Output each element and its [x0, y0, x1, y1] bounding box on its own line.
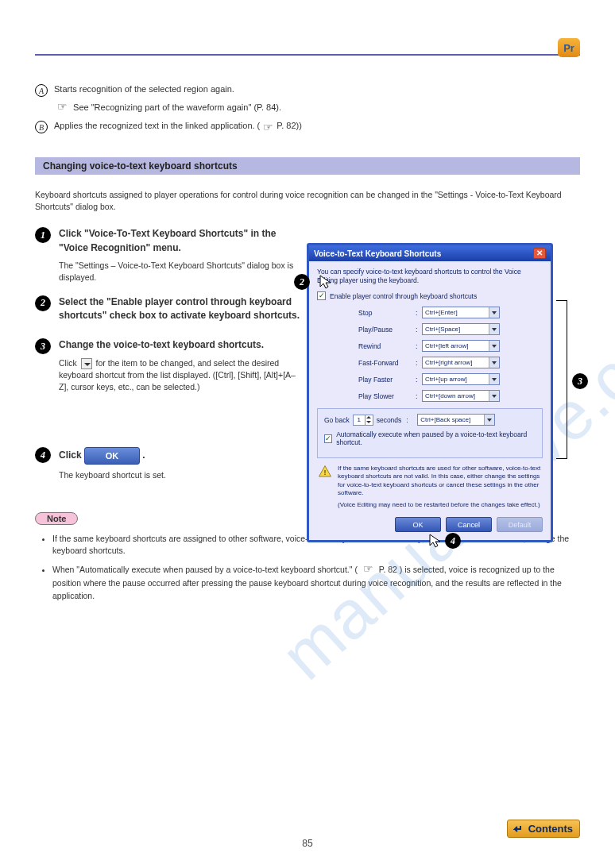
ok-button-inline: OK: [84, 447, 140, 465]
section-intro: Keyboard shortcuts assigned to player op…: [35, 189, 580, 213]
shortcut-label: Fast-Forward: [358, 359, 416, 367]
shortcut-row: Stop:Ctrl+[Enter]: [317, 307, 543, 318]
marker-b-icon: B: [35, 121, 48, 133]
cursor-icon: [318, 273, 335, 291]
shortcut-row: Fast-Forward:Ctrl+[right arrow]: [317, 357, 543, 368]
goback-spinner[interactable]: 1: [353, 415, 373, 426]
chevron-down-icon[interactable]: [489, 324, 499, 334]
step-2: 2 Select the "Enable player control thro…: [35, 295, 305, 328]
shortcut-select[interactable]: Ctrl+[Space]: [422, 323, 500, 335]
step-3: 3 Change the voice-to-text keyboard shor…: [35, 338, 305, 393]
step-1-title: Click "Voice-To-Text Keyboard Shortcuts"…: [59, 227, 305, 255]
marker-a-icon: A: [35, 84, 48, 97]
callout-2: 2: [294, 273, 335, 291]
chevron-down-icon[interactable]: [489, 341, 499, 351]
notes-list: If the same keyboard shortcuts are assig…: [52, 533, 580, 603]
enable-label: Enable player control through keyboard s…: [330, 292, 477, 300]
dialog-titlebar[interactable]: Voice-to-Text Keyboard Shortcuts ✕: [309, 245, 551, 261]
close-icon[interactable]: ✕: [533, 248, 546, 259]
step-1-text: The "Settings – Voice-to-Text Keyboard S…: [59, 260, 305, 284]
pointer-icon: ☞: [57, 100, 68, 113]
shortcut-label: Stop: [358, 309, 416, 317]
dialog-ok-button[interactable]: OK: [395, 517, 441, 532]
ref-b-link: P. 82): [277, 121, 299, 130]
cursor-icon: [427, 532, 445, 550]
shortcut-select[interactable]: Ctrl+[left arrow]: [422, 340, 500, 352]
step-number-icon: 4: [35, 447, 51, 463]
shortcuts-dialog: Voice-to-Text Keyboard Shortcuts ✕ You c…: [307, 243, 553, 542]
shortcut-select[interactable]: Ctrl+[down arrow]: [422, 390, 500, 402]
shortcut-select[interactable]: Ctrl+[up arrow]: [422, 373, 500, 385]
chevron-down-icon[interactable]: [489, 307, 499, 318]
shortcut-row: Rewind:Ctrl+[left arrow]: [317, 340, 543, 352]
warning-icon: !: [317, 465, 333, 479]
ref-b-text: Applies the recognized text in the linke…: [54, 121, 260, 130]
warning-text-2: (Voice Editing may need to be restarted …: [338, 501, 543, 509]
dialog-cancel-button[interactable]: Cancel: [446, 517, 492, 532]
step-number-icon: 2: [35, 295, 51, 311]
goback-label: Go back: [324, 416, 350, 424]
shortcut-row: Play Faster:Ctrl+[up arrow]: [317, 373, 543, 385]
auto-label: Automatically execute when paused by a v…: [336, 430, 536, 446]
chevron-down-icon[interactable]: [489, 374, 499, 384]
callout-3: 3: [572, 373, 596, 389]
dialog-title: Voice-to-Text Keyboard Shortcuts: [314, 249, 441, 258]
step-3-title: Change the voice-to-text keyboard shortc…: [59, 338, 305, 352]
shortcut-select[interactable]: Ctrl+[right arrow]: [422, 357, 500, 368]
callout-4: 4: [427, 532, 469, 550]
note-item: When "Automatically execute when paused …: [52, 561, 580, 603]
enable-checkbox-row[interactable]: ✓ Enable player control through keyboard…: [317, 291, 543, 300]
checkbox-icon[interactable]: ✓: [324, 434, 332, 443]
bracket-annotation: [556, 300, 567, 459]
shortcut-label: Play Slower: [358, 392, 416, 400]
ref-a-link: See "Recognizing part of the waveform ag…: [73, 102, 281, 112]
top-rule: [35, 54, 580, 56]
chevron-down-icon[interactable]: [484, 415, 494, 425]
shortcut-label: Rewind: [358, 342, 416, 350]
step-4: 4 Click OK . The keyboard shortcut is se…: [35, 447, 305, 481]
chevron-down-icon[interactable]: [489, 357, 499, 368]
goback-box: Go back 1 seconds : Ctrl+[Back space] ✓ …: [317, 408, 543, 458]
contents-button[interactable]: Contents: [507, 820, 580, 838]
shortcut-select[interactable]: Ctrl+[Enter]: [422, 307, 500, 318]
ref-a-text: Starts recognition of the selected regio…: [54, 84, 234, 94]
shortcut-label: Play/Pause: [358, 326, 416, 334]
pointer-icon: ☞: [363, 561, 373, 577]
checkbox-icon[interactable]: ✓: [317, 291, 326, 300]
section-heading: Changing voice-to-text keyboard shortcut…: [35, 157, 580, 175]
shortcut-row: Play Slower:Ctrl+[down arrow]: [317, 390, 543, 402]
step-number-icon: 3: [35, 338, 51, 354]
auto-checkbox-row[interactable]: ✓ Automatically execute when paused by a…: [324, 430, 536, 446]
page-number: 85: [302, 838, 312, 849]
pointer-icon: ☞: [263, 121, 273, 133]
step-4-title: Click OK .: [59, 447, 305, 465]
step-number-icon: 3: [572, 373, 588, 389]
spinner-buttons[interactable]: [365, 415, 373, 425]
ref-a-link-row: ☞ See "Recognizing part of the waveform …: [54, 100, 580, 113]
goback-value: 1: [354, 415, 365, 425]
shortcut-label: Play Faster: [358, 376, 416, 384]
step-number-icon: 1: [35, 227, 51, 243]
step-2-title: Select the "Enable player control throug…: [59, 295, 305, 323]
dropdown-icon: [81, 358, 92, 369]
note-badge: Note: [35, 512, 78, 525]
step-4-text: The keyboard shortcut is set.: [59, 469, 305, 481]
reference-b: B Applies the recognized text in the lin…: [35, 121, 580, 133]
warning-row: ! If the same keyboard shortcuts are use…: [317, 465, 543, 509]
step-number-icon: 4: [445, 533, 461, 549]
step-3-text: Click for the item to be changed, and se…: [59, 357, 305, 394]
svg-text:!: !: [324, 469, 327, 476]
dialog-description: You can specify voice-to-text keyboard s…: [317, 268, 543, 285]
goback-unit: seconds: [377, 416, 402, 424]
step-1: 1 Click "Voice-To-Text Keyboard Shortcut…: [35, 227, 305, 284]
chevron-down-icon[interactable]: [489, 391, 499, 401]
return-icon: [512, 824, 525, 834]
step-number-icon: 2: [294, 274, 310, 290]
warning-text-1: If the same keyboard shortcuts are used …: [338, 465, 543, 498]
dialog-default-button[interactable]: Default: [497, 517, 543, 532]
reference-a: A Starts recognition of the selected reg…: [35, 84, 580, 97]
goback-shortcut-select[interactable]: Ctrl+[Back space]: [417, 414, 495, 426]
shortcut-row: Play/Pause:Ctrl+[Space]: [317, 323, 543, 335]
pr-badge: Pr: [558, 38, 580, 57]
